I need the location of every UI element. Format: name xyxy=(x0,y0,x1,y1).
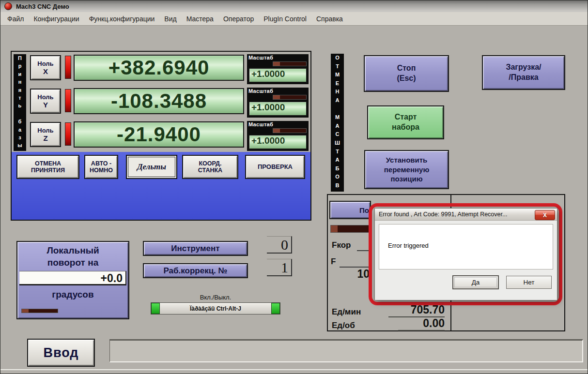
zero-y-button[interactable]: Ноль Y xyxy=(30,89,61,114)
mach3-window: Mach3 CNC Демо Файл Конфигурации Функц.к… xyxy=(0,0,588,374)
toggle-caption: Вкл./Выкл. xyxy=(151,294,280,301)
deltas-button[interactable]: Дельты xyxy=(126,155,177,179)
y-scale-value[interactable]: +1.0000 xyxy=(248,101,307,116)
f-label: F xyxy=(331,257,336,267)
axis-letter: Y xyxy=(43,101,48,109)
menu-func-config[interactable]: Функц.конфигурации xyxy=(84,15,160,23)
toggle-led-right-icon xyxy=(271,303,280,314)
mdi-input[interactable] xyxy=(109,339,583,362)
x-scale-cell: Масштаб +1.0000 xyxy=(247,54,309,84)
y-dro-display[interactable]: -108.3488 xyxy=(74,88,244,114)
units-per-min-label: Ед/мин xyxy=(332,307,361,317)
mode-panel: ОТМЕНА ПРИНЯТИЯ АВТО - НОМНО Дельты КООР… xyxy=(12,152,310,220)
cancel-scales-button[interactable]: О Т М Е Н А М А С Ш Т А Б О В xyxy=(331,54,344,192)
menu-bar: Файл Конфигурации Функц.конфигурации Вид… xyxy=(0,12,588,26)
x-led-indicator xyxy=(65,56,71,79)
z-scale-bar xyxy=(273,128,307,133)
error-message: Error triggered xyxy=(388,242,429,249)
y-scale-label: Масштаб xyxy=(248,88,307,94)
error-dialog: Error found , Art Code: 9991, Attempt Re… xyxy=(374,208,557,300)
menu-view[interactable]: Вид xyxy=(159,15,181,23)
y-scale-bar xyxy=(273,95,307,100)
axis-letter: Z xyxy=(43,134,47,142)
axis-letter: X xyxy=(43,67,48,75)
window-bottom-edge xyxy=(0,369,588,370)
menu-plugin-control[interactable]: PlugIn Control xyxy=(259,15,311,23)
dro-panel: П р и н я т ь б а з ы Ноль X +382.6940 М… xyxy=(11,51,311,221)
work-offset-number-display[interactable]: 1 xyxy=(267,259,292,276)
title-bar: Mach3 CNC Демо xyxy=(0,0,588,12)
x-dro-display[interactable]: +382.6940 xyxy=(74,55,244,81)
zero-z-button[interactable]: Ноль Z xyxy=(30,122,61,147)
load-edit-button[interactable]: Загрузка/ /Правка xyxy=(482,55,565,90)
stop-button[interactable]: Стоп (Esc) xyxy=(364,55,449,92)
feed-rate-bar xyxy=(330,225,371,233)
units-per-rev-label: Ед/об xyxy=(332,321,355,330)
error-dialog-content: Error triggered xyxy=(379,224,553,269)
zero-x-button[interactable]: Ноль X xyxy=(30,55,61,80)
rotation-panel: Локальный поворот на +0.0 градусов xyxy=(16,241,129,319)
y-led-indicator xyxy=(65,89,71,112)
accept-bases-button[interactable]: П р и н я т ь б а з ы xyxy=(14,54,26,151)
error-dialog-titlebar[interactable]: Error found , Art Code: 9991, Attempt Re… xyxy=(375,209,557,221)
zero-label: Ноль xyxy=(37,60,53,67)
menu-operator[interactable]: Оператор xyxy=(218,15,259,23)
rotation-bar xyxy=(21,309,58,313)
zero-label: Ноль xyxy=(37,127,53,134)
close-icon[interactable]: X xyxy=(535,210,555,220)
z-led-indicator xyxy=(65,122,71,146)
window-title: Mach3 CNC Демо xyxy=(16,3,69,10)
set-variable-position-button[interactable]: Установить переменную позицию xyxy=(364,150,449,189)
menu-file[interactable]: Файл xyxy=(2,15,29,23)
tool-number-display[interactable]: 0 xyxy=(267,236,292,254)
f-value-partial[interactable]: 10 xyxy=(347,268,370,281)
verify-button[interactable]: ПРОВЕРКА xyxy=(245,155,305,179)
toggle-button-label: Ïàðàâçäü Ctrl-Alt-J xyxy=(160,303,271,314)
z-scale-value[interactable]: +1.0000 xyxy=(248,135,307,150)
work-offset-button[interactable]: Раб.коррекц. № xyxy=(143,263,248,278)
units-per-rev-value[interactable]: 0.00 xyxy=(398,317,445,331)
x-scale-bar xyxy=(273,61,307,66)
units-per-min-value[interactable]: 705.70 xyxy=(388,303,445,317)
rotation-value-display[interactable]: +0.0 xyxy=(19,271,126,285)
feed-header-button[interactable]: По xyxy=(329,201,371,219)
mdi-enter-button[interactable]: Ввод xyxy=(27,339,95,367)
zero-label: Ноль xyxy=(37,93,53,101)
cancel-accept-button[interactable]: ОТМЕНА ПРИНЯТИЯ xyxy=(16,155,79,179)
no-button[interactable]: Нет xyxy=(506,276,552,289)
z-dro-display[interactable]: -21.9400 xyxy=(74,121,244,148)
menu-config[interactable]: Конфигурации xyxy=(29,15,84,23)
menu-wizards[interactable]: Мастера xyxy=(182,15,218,23)
tool-button[interactable]: Инструмент xyxy=(143,241,248,256)
y-scale-cell: Масштаб +1.0000 xyxy=(247,88,309,118)
z-scale-cell: Масштаб +1.0000 xyxy=(247,121,309,151)
rotation-title: Локальный поворот на xyxy=(17,245,128,269)
toggle-led-left-icon xyxy=(151,303,160,314)
machine-coords-button[interactable]: КООРД. СТАНКА xyxy=(182,155,238,179)
menu-help[interactable]: Справка xyxy=(311,15,348,23)
x-scale-value[interactable]: +1.0000 xyxy=(248,68,307,83)
fkor-label: Fкор xyxy=(332,240,351,250)
rotation-units-label: градусов xyxy=(17,289,128,300)
x-scale-label: Масштаб xyxy=(248,55,307,60)
app-icon xyxy=(4,2,12,10)
error-dialog-title: Error found , Art Code: 9991, Attempt Re… xyxy=(379,211,507,218)
start-run-button[interactable]: Старт набора xyxy=(367,105,444,139)
z-scale-label: Масштаб xyxy=(248,121,307,127)
autonomous-button[interactable]: АВТО - НОМНО xyxy=(84,155,118,179)
yes-button[interactable]: Да xyxy=(453,276,498,289)
screen-toggle-button[interactable]: Ïàðàâçäü Ctrl-Alt-J xyxy=(151,302,280,314)
